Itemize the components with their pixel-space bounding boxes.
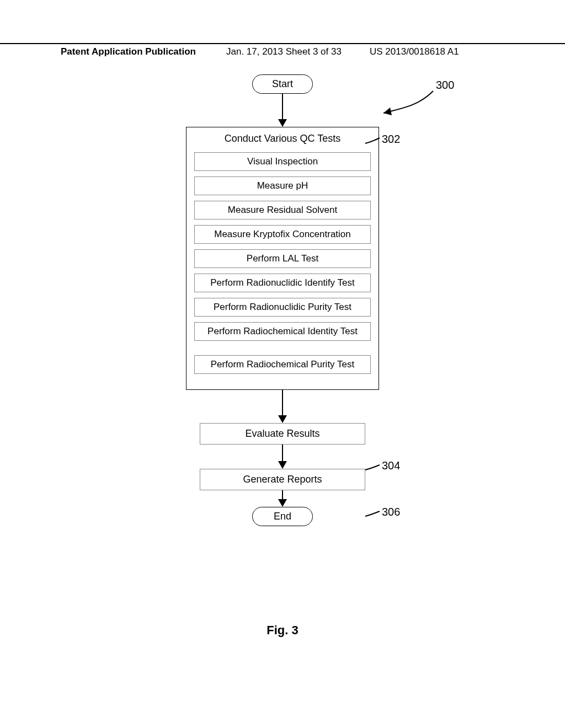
- header-publication: Patent Application Publication: [61, 46, 226, 57]
- arrow-down-icon: [278, 461, 287, 469]
- qc-tests-block: Conduct Various QC Tests Visual Inspecti…: [186, 127, 379, 390]
- qc-step: Visual Inspection: [194, 152, 371, 171]
- arrow-stem: [282, 445, 283, 461]
- ref-300: 300: [436, 79, 454, 92]
- qc-step: Measure Residual Solvent: [194, 201, 371, 220]
- figure-label: Fig. 3: [0, 623, 565, 638]
- qc-step: Measure Kryptofix Concentration: [194, 225, 371, 244]
- qc-step: Perform Radionuclidic Purity Test: [194, 298, 371, 317]
- ref-304: 304: [382, 459, 400, 472]
- svg-marker-0: [383, 108, 392, 115]
- ref-302: 302: [382, 133, 400, 146]
- qc-step: Perform Radiochemical Purity Test: [194, 355, 371, 374]
- arrow-stem: [282, 94, 283, 119]
- start-terminal: Start: [252, 74, 313, 94]
- qc-step: Measure pH: [194, 176, 371, 195]
- qc-tests-title: Conduct Various QC Tests: [191, 133, 374, 144]
- report-step: Generate Reports: [200, 469, 365, 490]
- evaluate-step: Evaluate Results: [200, 423, 365, 445]
- qc-step: Perform Radionuclidic Identify Test: [194, 274, 371, 292]
- header-pubno: US 2013/0018618 A1: [370, 46, 480, 57]
- arrow-stem: [282, 490, 283, 499]
- arrow-stem: [282, 390, 283, 415]
- end-terminal: End: [252, 507, 313, 526]
- header-date-sheet: Jan. 17, 2013 Sheet 3 of 33: [226, 46, 370, 57]
- arrow-down-icon: [278, 415, 287, 423]
- qc-step: Perform Radiochemical Identity Test: [194, 322, 371, 341]
- page-header: Patent Application Publication Jan. 17, …: [0, 43, 565, 57]
- ref-306: 306: [382, 506, 400, 518]
- arrow-down-icon: [278, 499, 287, 507]
- qc-step: Perform LAL Test: [194, 249, 371, 268]
- flowchart: Start Conduct Various QC Tests Visual In…: [0, 74, 565, 526]
- arrow-down-icon: [278, 119, 287, 127]
